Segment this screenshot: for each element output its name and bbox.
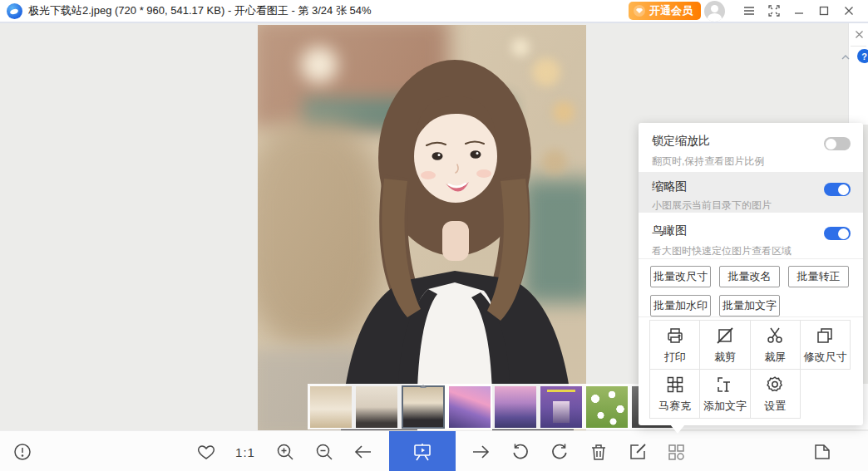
tool-label: 裁屏 (764, 350, 786, 365)
edit-icon (628, 442, 648, 462)
thumbnail-6[interactable] (540, 386, 582, 428)
setting-subtitle: 看大图时快速定位图片查看区域 (652, 244, 850, 258)
zoom-in-button[interactable] (274, 440, 297, 464)
user-avatar[interactable] (704, 1, 725, 22)
rotate-left-icon (510, 442, 530, 462)
zoom-out-button[interactable] (313, 440, 336, 464)
screenshot-tool[interactable]: 裁屏 (750, 320, 801, 370)
add-text-icon (715, 375, 735, 395)
favorite-button[interactable] (195, 440, 218, 464)
help-glyph: ? (861, 52, 867, 61)
setting-lock-zoom: 锁定缩放比 翻页时,保持查看图片比例 (639, 123, 863, 173)
crop-tool[interactable]: 裁剪 (699, 320, 750, 370)
vip-button[interactable]: 开通会员 (629, 2, 701, 20)
app-window: 极光下载站2.jpeg (720 * 960, 541.17 KB) - 开心看… (0, 0, 868, 471)
ratio-label: 1:1 (235, 445, 255, 459)
batch-buttons-area: 批量改尺寸 批量改名 批量转正 批量加水印 批量加文字 (639, 259, 863, 317)
tool-label: 马赛克 (658, 399, 691, 414)
thumbnails-toggle[interactable] (824, 183, 851, 196)
info-icon (12, 442, 32, 462)
batch-addtext-button[interactable]: 批量加文字 (719, 295, 780, 316)
portrait-figure (258, 25, 586, 430)
close-button[interactable] (836, 0, 861, 22)
bottom-toolbar: KK下载 www.kkx.net 1:1 (0, 430, 868, 471)
settings-tool[interactable]: 设置 (750, 369, 801, 419)
more-tools-panel: 锁定缩放比 翻页时,保持查看图片比例 缩略图 小图展示当前目录下的图片 鸟瞰图 … (639, 123, 863, 425)
setting-thumbnails: 缩略图 小图展示当前目录下的图片 (639, 173, 863, 213)
resize-tool[interactable]: 修改尺寸 (800, 320, 851, 370)
main-image[interactable] (258, 25, 586, 430)
maximize-button[interactable] (811, 0, 836, 22)
vip-button-label: 开通会员 (649, 3, 693, 18)
file-icon (812, 442, 832, 462)
fullscreen-icon (767, 4, 781, 17)
app-logo-icon (7, 3, 22, 19)
lock-zoom-toggle[interactable] (824, 137, 851, 150)
crop-icon (715, 326, 735, 346)
rotate-right-icon (550, 442, 570, 462)
thumbnail-1[interactable] (310, 386, 352, 428)
info-button[interactable] (11, 440, 34, 464)
file-manager-button[interactable] (811, 440, 834, 464)
mosaic-tool[interactable]: 马赛克 (649, 369, 700, 419)
tool-label: 打印 (664, 350, 686, 365)
collapse-chevron-up-icon[interactable] (841, 51, 851, 61)
zoom-out-icon (314, 442, 334, 462)
tool-label: 添加文字 (703, 399, 747, 414)
print-tool[interactable]: 打印 (649, 320, 700, 370)
minimize-button[interactable] (787, 0, 811, 22)
help-button[interactable]: ? (857, 49, 868, 63)
delete-button[interactable] (587, 440, 610, 464)
thumbnail-4[interactable] (449, 386, 491, 428)
edit-button[interactable] (626, 440, 649, 464)
window-title: 极光下载站2.jpeg (720 * 960, 541.17 KB) - 开心看… (28, 3, 372, 18)
close-icon (843, 5, 855, 17)
side-strip-close-button[interactable] (851, 27, 866, 42)
previous-image-button[interactable] (352, 440, 375, 464)
setting-title: 锁定缩放比 (652, 134, 850, 149)
arrow-left-icon (353, 442, 374, 462)
arrow-right-icon (470, 442, 491, 462)
thumbnail-7[interactable] (586, 386, 628, 428)
thumbnail-2[interactable] (356, 386, 397, 428)
scissors-icon (765, 326, 785, 346)
setting-subtitle: 翻页时,保持查看图片比例 (652, 155, 850, 169)
tool-label: 裁剪 (714, 350, 736, 365)
zoom-in-icon (275, 442, 295, 462)
tools-grid-empty-cell (800, 369, 851, 417)
apps-grid-icon (666, 442, 686, 462)
maximize-icon (818, 5, 830, 17)
close-icon (855, 30, 864, 39)
tool-label: 设置 (764, 399, 786, 414)
rotate-right-button[interactable] (548, 440, 571, 464)
menu-button[interactable] (737, 0, 762, 22)
gear-icon (765, 375, 785, 395)
actual-size-button[interactable]: 1:1 (234, 440, 257, 464)
slideshow-icon (412, 441, 433, 463)
tools-grid: 打印 裁剪 裁屏 修改尺寸 (650, 321, 851, 419)
heart-icon (196, 442, 216, 462)
rotate-left-button[interactable] (509, 440, 532, 464)
slideshow-button[interactable] (389, 431, 456, 471)
mosaic-icon (665, 375, 685, 395)
batch-watermark-button[interactable]: 批量加水印 (650, 295, 711, 316)
printer-icon (665, 326, 685, 346)
fullscreen-button[interactable] (762, 0, 787, 22)
setting-birdview: 鸟瞰图 看大图时快速定位图片查看区域 (639, 213, 863, 259)
minimize-icon (793, 5, 805, 17)
batch-rename-button[interactable]: 批量改名 (719, 266, 780, 287)
setting-subtitle: 小图展示当前目录下的图片 (652, 199, 850, 213)
gem-icon (634, 5, 645, 17)
batch-resize-button[interactable]: 批量改尺寸 (650, 266, 711, 287)
hamburger-icon (742, 4, 756, 17)
setting-title: 鸟瞰图 (652, 223, 850, 238)
batch-rotate-button[interactable]: 批量转正 (788, 266, 849, 287)
more-tools-button[interactable] (664, 440, 688, 464)
resize-icon (815, 326, 835, 346)
add-text-tool[interactable]: 添加文字 (699, 369, 750, 419)
thumbnail-3-selected[interactable] (402, 385, 445, 429)
side-strip-divider (851, 46, 866, 47)
birdview-toggle[interactable] (824, 227, 851, 240)
next-image-button[interactable] (469, 440, 492, 464)
thumbnail-5[interactable] (495, 386, 536, 428)
